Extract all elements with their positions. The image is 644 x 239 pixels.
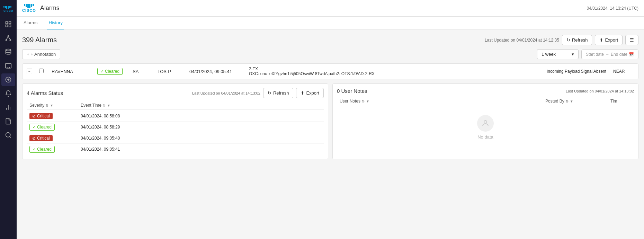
sidebar-item-device[interactable] <box>1 60 15 72</box>
status-row-4: ✓ Cleared 04/01/2024, 09:05:41 <box>27 144 324 155</box>
minus-icon[interactable]: − <box>27 69 32 74</box>
refresh-button[interactable]: ↻ Refresh <box>562 35 592 45</box>
status-table-header: Severity ⇅ ▼ Event Time ⇅ ▼ <box>27 101 324 109</box>
cleared-badge-4: ✓ Cleared <box>29 146 55 153</box>
tab-alarms[interactable]: Alarms <box>22 17 39 29</box>
posted-col-header: Posted By ⇅ ▼ <box>545 99 608 104</box>
alarm-signal: Incoming Payload Signal Absent <box>547 69 609 74</box>
event-time-col-header: Event Time ⇅ ▼ <box>81 103 321 108</box>
svg-rect-10 <box>6 63 11 68</box>
check-icon: ✓ <box>100 69 104 74</box>
severity-col-header: Severity ⇅ ▼ <box>29 103 78 108</box>
cleared-label: Cleared <box>105 69 119 74</box>
svg-line-21 <box>10 136 11 138</box>
row-checkbox[interactable] <box>39 69 47 74</box>
time-col-header: Tim <box>610 99 631 104</box>
notes-panel-title: 0 User Notes <box>337 88 367 94</box>
cleared-label-2: Cleared <box>37 125 52 130</box>
severity-cell-2: ✓ Cleared <box>29 124 78 131</box>
no-data-container: No data <box>337 107 634 148</box>
sidebar-item-dashboard[interactable] <box>1 18 15 30</box>
sidebar-item-alarms[interactable] <box>1 87 15 100</box>
svg-rect-1 <box>9 22 11 24</box>
sidebar-item-inventory[interactable] <box>1 46 15 58</box>
notes-panel-header-right: Last Updated on 04/01/2024 at 14:13:02 <box>566 89 634 93</box>
export-icon: ⬆ <box>599 37 603 43</box>
alarm-los: LOS-P <box>158 69 185 74</box>
cleared-icon-4: ✓ <box>33 147 36 152</box>
week-select-label: 1 week <box>542 52 556 57</box>
cleared-icon-2: ✓ <box>33 125 36 130</box>
notes-col-header: User Notes ⇅ ▼ <box>340 99 543 104</box>
alarm-header: 399 Alarms Last Updated on 04/01/2024 at… <box>22 35 638 45</box>
status-row-1: ⊘ Critical 04/01/2024, 08:58:08 <box>27 111 324 122</box>
filter-right: 1 week ▾ Start date → End date 📅 <box>537 49 638 59</box>
select-checkbox[interactable] <box>39 69 44 73</box>
status-row-2: ✓ Cleared 04/01/2024, 08:58:29 <box>27 122 324 133</box>
time-cell-3: 04/01/2024, 09:05:40 <box>81 136 321 141</box>
svg-rect-2 <box>6 25 8 27</box>
critical-icon-3: ⊘ <box>32 136 36 141</box>
alarm-header-right: Last Updated on 04/01/2024 at 14:12:35 ↻… <box>485 35 638 45</box>
annotation-label: + Annotation <box>31 52 56 57</box>
cleared-badge: ✓ Cleared <box>97 68 123 75</box>
critical-badge-3: ⊘ Critical <box>29 135 53 141</box>
arrow-icon: → <box>605 52 609 57</box>
export-button[interactable]: ⬆ Export <box>595 35 623 45</box>
alarm-description: 2-TX OXC: onc_eXfYgvhn1i5j505OswiW 8TwdA… <box>249 67 543 76</box>
status-panel-updated: Last Updated on 04/01/2024 at 14:13:02 <box>192 91 260 95</box>
severity-filter-icon[interactable]: ▼ <box>50 104 53 107</box>
annotation-button[interactable]: + + Annotation <box>22 49 60 59</box>
svg-rect-3 <box>9 25 11 27</box>
header-cisco-logo: CISCO <box>22 4 36 12</box>
sidebar-item-topology[interactable] <box>1 32 15 44</box>
event-time-sort-icon[interactable]: ⇅ <box>103 104 106 107</box>
alarm-time: 04/01/2024, 09:05:41 <box>189 69 245 74</box>
sidebar-item-search[interactable] <box>1 129 15 141</box>
svg-point-9 <box>6 49 11 51</box>
event-time-filter-icon[interactable]: ▼ <box>107 104 110 107</box>
sidebar-item-reports[interactable] <box>1 115 15 127</box>
calendar-icon[interactable]: 📅 <box>629 52 634 57</box>
notes-panel-updated: Last Updated on 04/01/2024 at 14:13:02 <box>566 89 634 93</box>
no-data-label: No data <box>477 134 493 140</box>
refresh-icon: ↻ <box>566 37 570 43</box>
time-cell-1: 04/01/2024, 08:58:08 <box>81 114 321 118</box>
alarms-status-panel: 4 Alarms Status Last Updated on 04/01/20… <box>22 83 328 159</box>
sidebar: CISCO <box>0 0 17 239</box>
main-content: CISCO Alarms 04/01/2024, 14:13:24 (UTC) … <box>17 0 644 239</box>
severity-sort-icon[interactable]: ⇅ <box>46 104 48 107</box>
sidebar-item-discovery[interactable] <box>1 73 15 86</box>
page-title: Alarms <box>40 5 60 12</box>
severity-cell-1: ⊘ Critical <box>29 113 78 119</box>
event-time-3: 04/01/2024, 09:05:40 <box>81 136 120 141</box>
event-time-4: 04/01/2024, 09:05:41 <box>81 147 120 152</box>
posted-sort-icon[interactable]: ⇅ <box>566 99 569 103</box>
alarm-location: NEAR <box>613 69 634 74</box>
status-panel-header: 4 Alarms Status Last Updated on 04/01/20… <box>27 88 324 98</box>
severity-cell-4: ✓ Cleared <box>29 146 78 153</box>
status-export-button[interactable]: ⬆ Export <box>296 88 324 98</box>
sidebar-item-performance[interactable] <box>1 101 15 114</box>
posted-filter-icon[interactable]: ▼ <box>570 99 573 103</box>
alarm-status: ✓ Cleared <box>97 68 128 75</box>
svg-point-4 <box>8 36 9 37</box>
collapse-toggle[interactable]: − <box>27 69 35 74</box>
status-row-3: ⊘ Critical 04/01/2024, 09:05:40 <box>27 133 324 144</box>
cisco-logo: CISCO <box>1 3 15 15</box>
last-updated-label: Last Updated on 04/01/2024 at 14:12:35 <box>485 38 559 43</box>
bottom-panels: 4 Alarms Status Last Updated on 04/01/20… <box>22 83 638 159</box>
critical-label-3: Critical <box>37 136 50 141</box>
header-left: CISCO Alarms <box>22 4 60 12</box>
alarm-count: 399 Alarms <box>22 36 57 44</box>
notes-sort-icon[interactable]: ⇅ <box>362 99 365 103</box>
event-time-2: 04/01/2024, 08:58:29 <box>81 125 120 130</box>
tab-history[interactable]: History <box>47 17 64 29</box>
columns-button[interactable]: ☰ <box>625 35 638 45</box>
week-select[interactable]: 1 week ▾ <box>537 49 579 59</box>
status-panel-title: 4 Alarms Status <box>27 90 63 96</box>
status-refresh-button[interactable]: ↻ Refresh <box>263 88 294 98</box>
tab-bar: Alarms History <box>17 17 644 29</box>
notes-filter-icon[interactable]: ▼ <box>366 99 369 103</box>
columns-icon: ☰ <box>630 37 634 43</box>
